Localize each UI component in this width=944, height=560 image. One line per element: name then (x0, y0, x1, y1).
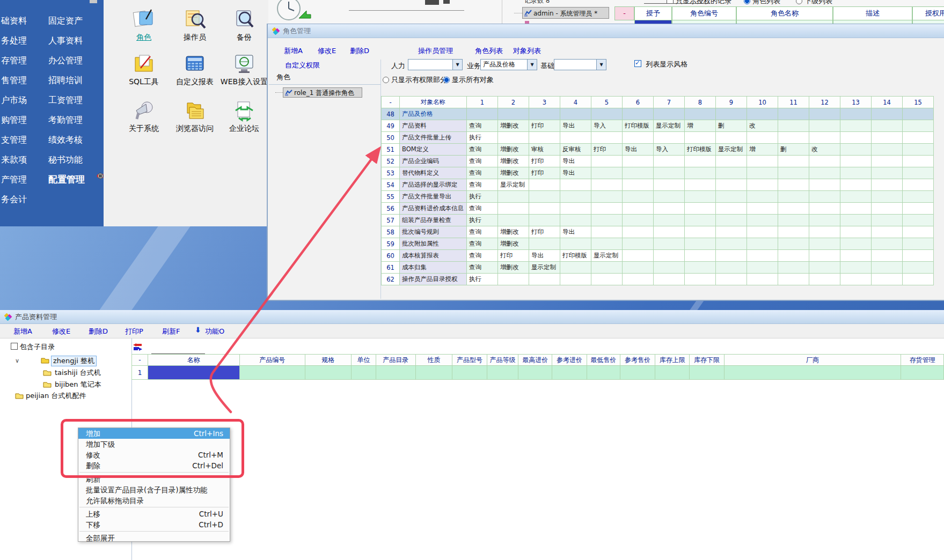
perm-cell[interactable] (654, 167, 685, 179)
product-toolbar-1[interactable]: 修改E (52, 327, 70, 336)
object-name[interactable]: 产品资料进价成本信息 (400, 203, 467, 215)
object-name[interactable]: 产品企业编码 (400, 156, 467, 167)
perm-cell[interactable] (778, 108, 809, 120)
role-toolbar-0[interactable]: 新增A (284, 46, 303, 56)
perm-cell[interactable] (498, 132, 529, 144)
perm-cell[interactable]: 导入 (591, 120, 623, 132)
product-cell[interactable] (655, 366, 690, 380)
object-name[interactable]: BOM定义 (400, 144, 467, 156)
perm-cell[interactable] (654, 203, 685, 215)
perm-cell[interactable] (872, 144, 903, 156)
perm-cell[interactable] (685, 274, 716, 285)
perm-cell[interactable] (747, 191, 778, 203)
perm-cell[interactable] (560, 132, 591, 144)
perm-cell[interactable]: 增 (747, 144, 778, 156)
object-name[interactable]: 组装产品存量检查 (400, 215, 467, 226)
perm-cell[interactable] (591, 203, 623, 215)
perm-cell[interactable] (716, 203, 747, 215)
perm-cell[interactable] (809, 238, 840, 250)
perm-cell[interactable] (872, 262, 903, 274)
perm-cell[interactable] (654, 132, 685, 144)
perm-cell[interactable]: 执行 (467, 215, 498, 226)
perm-cell[interactable] (840, 191, 872, 203)
perm-cell[interactable] (872, 238, 903, 250)
perm-cell[interactable] (903, 274, 934, 285)
perm-cell[interactable] (529, 132, 560, 144)
perm-cell[interactable] (747, 132, 778, 144)
perm-cell[interactable] (623, 167, 654, 179)
perm-cell[interactable] (685, 167, 716, 179)
perm-cell[interactable] (685, 215, 716, 226)
perm-cell[interactable] (685, 108, 716, 120)
perm-cell[interactable]: 导出 (560, 120, 591, 132)
perm-cell[interactable] (809, 156, 840, 167)
perm-cell[interactable] (809, 250, 840, 262)
chevron-down-icon[interactable]: ∨ (15, 357, 19, 364)
perm-cell[interactable] (685, 156, 716, 167)
perm-cell[interactable] (560, 215, 591, 226)
perm-cell[interactable]: 反审核 (560, 144, 591, 156)
perm-cell[interactable]: 增删改 (498, 144, 529, 156)
perm-cell[interactable]: 改 (809, 144, 840, 156)
product-cell[interactable] (620, 366, 655, 380)
perm-cell[interactable]: 打印 (529, 226, 560, 238)
launcher-backup[interactable]: 备份 (213, 9, 268, 42)
perm-cell[interactable]: 执行 (467, 274, 498, 285)
product-cell[interactable] (305, 366, 351, 380)
perm-cell[interactable]: 查询 (467, 120, 498, 132)
perm-cell[interactable] (716, 191, 747, 203)
nav-item-0[interactable]: 础资料 (1, 11, 27, 31)
object-name[interactable]: 产品选择的显示绑定 (400, 179, 467, 191)
perm-cell[interactable] (840, 132, 872, 144)
perm-cell[interactable]: 改 (747, 120, 778, 132)
perm-cell[interactable] (623, 262, 654, 274)
perm-cell[interactable] (654, 156, 685, 167)
perm-cell[interactable] (591, 167, 623, 179)
perm-cell[interactable] (623, 156, 654, 167)
radio-role-list[interactable]: 角色列表 (744, 0, 780, 6)
perm-cell[interactable]: 导出 (560, 156, 591, 167)
perm-cell[interactable] (716, 262, 747, 274)
perm-cell[interactable] (591, 191, 623, 203)
perm-cell[interactable]: 查询 (467, 238, 498, 250)
perm-cell[interactable] (747, 167, 778, 179)
perm-cell[interactable] (529, 274, 560, 285)
product-cell[interactable] (587, 366, 620, 380)
product-cell[interactable] (148, 366, 239, 380)
perm-cell[interactable]: 打印 (591, 144, 623, 156)
nav-item-col2-5[interactable]: 考勤管理 (48, 110, 83, 130)
perm-cell[interactable] (591, 226, 623, 238)
menu-item-12[interactable]: 全部展开 (78, 533, 230, 542)
perm-cell[interactable] (467, 108, 498, 120)
object-name[interactable]: 产品文件批量上传 (400, 132, 467, 144)
perm-cell[interactable] (809, 120, 840, 132)
perm-cell[interactable] (840, 108, 872, 120)
perm-cell[interactable] (654, 226, 685, 238)
list-style-checkbox[interactable]: 列表显示风格 (634, 60, 687, 69)
perm-cell[interactable] (591, 238, 623, 250)
perm-cell[interactable] (903, 167, 934, 179)
dropdown-arrow-icon[interactable]: ▼ (596, 60, 606, 70)
perm-cell[interactable]: 查询 (467, 262, 498, 274)
perm-cell[interactable] (778, 203, 809, 215)
object-name[interactable]: 批次编号规则 (400, 226, 467, 238)
biz-combobox[interactable]: 产品及价格▼ (480, 59, 537, 70)
tree-node-role1[interactable]: role_1 普通操作角色 (283, 87, 362, 98)
perm-cell[interactable]: 打印模版 (560, 250, 591, 262)
perm-cell[interactable]: 查询 (467, 203, 498, 215)
perm-cell[interactable] (872, 203, 903, 215)
object-name[interactable]: 替代物料定义 (400, 167, 467, 179)
perm-cell[interactable]: 执行 (467, 191, 498, 203)
perm-cell[interactable] (498, 191, 529, 203)
perm-cell[interactable] (872, 108, 903, 120)
perm-cell[interactable] (623, 274, 654, 285)
perm-cell[interactable]: 执行 (467, 132, 498, 144)
perm-cell[interactable] (529, 238, 560, 250)
product-toolbar-3[interactable]: 打印P (125, 327, 143, 336)
perm-cell[interactable] (840, 156, 872, 167)
nav-item-col2-1[interactable]: 人事资料 (48, 31, 83, 50)
launcher-enterprise-forum[interactable]: 企业论坛 (213, 100, 268, 134)
hr-combobox[interactable]: ▼ (408, 59, 463, 70)
perm-cell[interactable] (809, 132, 840, 144)
perm-cell[interactable]: 增删改 (498, 120, 529, 132)
